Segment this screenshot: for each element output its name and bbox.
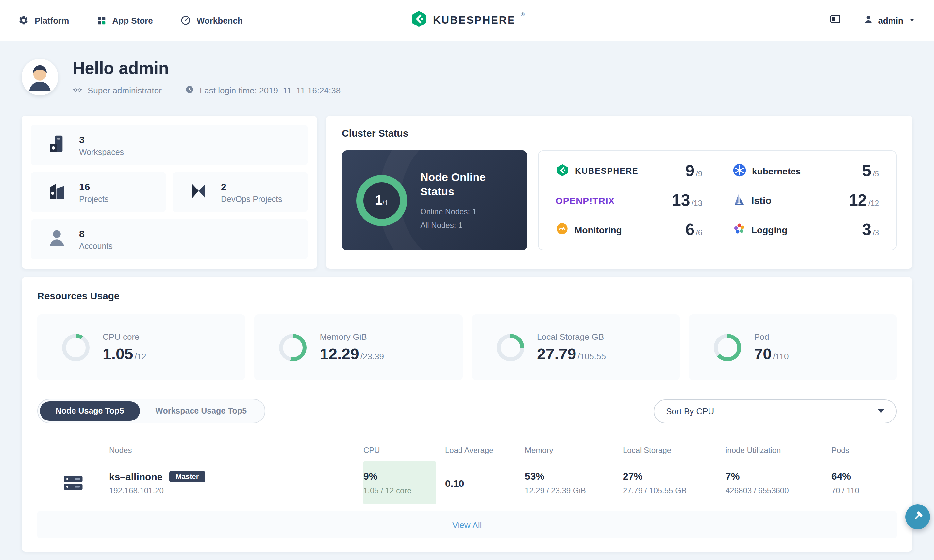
pods-cell: 64% 70 / 110 [831,471,897,495]
sort-by-value: Sort By CPU [666,406,714,416]
sort-by-select[interactable]: Sort By CPU [654,399,897,423]
workspaces-tile[interactable]: 3 Workspaces [31,125,308,165]
cpu-percent: 9% [363,471,436,482]
nav-item-label: Platform [35,15,69,25]
hello-texts: Hello admin Super administrator Last log… [72,58,340,96]
registered-mark: ® [521,12,525,18]
node-status-title: Node Online Status [420,171,505,199]
col-header-memory: Memory [525,446,623,455]
toolbox-fab-button[interactable] [905,505,930,529]
master-badge: Master [169,471,205,482]
workspaces-icon [46,133,67,157]
server-icon [37,471,109,495]
app-store-icon [96,15,106,25]
service-openpitrix: OPENP!TRIX 13/13 [555,186,702,215]
cluster-status-card: Cluster Status 1 /1 Node Online Status O… [326,115,912,269]
projects-tile[interactable]: 16 Projects [31,172,166,212]
cpu-value: 1.05 [103,345,133,363]
service-total: /9 [696,169,702,178]
storage-value: 27.79 [537,345,576,363]
col-header-inode: inode Utilization [725,446,831,455]
service-total: /6 [696,228,702,237]
devops-projects-tile[interactable]: 2 DevOps Projects [172,172,308,212]
storage-usage-tile: Local Storage GB 27.79/105.55 [472,314,680,380]
node-ip: 192.168.101.20 [109,486,363,495]
pod-usage-tile: Pod 70/110 [689,314,897,380]
accounts-icon [46,228,67,251]
kubesphere-service-icon [555,163,569,179]
cluster-services-panel: KUBESPHERE 9/9 kubernetes 5/5 [538,150,897,250]
kubesphere-dashboard: Platform App Store Workbench KUBESPHERE … [0,0,934,560]
table-row[interactable]: ks–allinone Master 192.168.101.20 9% 1.0… [37,462,897,505]
cpu-label: CPU core [103,332,146,342]
storage-total: /105.55 [577,351,606,361]
load-average-cell: 0.10 [445,477,525,488]
cpu-total: /12 [134,351,146,361]
kubesphere-logo[interactable]: KUBESPHERE ® [409,0,525,40]
resources-usage-card: Resources Usage CPU core 1.05/12 Memory … [22,277,912,551]
service-count: 12 [849,191,867,210]
cluster-status-title: Cluster Status [342,128,897,138]
inode-detail: 426803 / 6553600 [725,486,831,495]
memory-usage-tile: Memory GiB 12.29/23.39 [255,314,463,380]
devops-projects-label: DevOps Projects [221,194,282,203]
page-title: Hello admin [72,58,340,78]
view-all-link[interactable]: View All [452,520,482,529]
cpu-donut [62,334,89,361]
node-online-status-card: 1 /1 Node Online Status Online Nodes: 1 … [342,150,528,250]
top-navbar: Platform App Store Workbench KUBESPHERE … [0,0,934,40]
pod-label: Pod [754,332,789,342]
service-kubesphere: KUBESPHERE 9/9 [555,156,702,186]
memory-cell: 53% 12.29 / 23.39 GiB [525,471,623,495]
tab-workspace-usage-top5[interactable]: Workspace Usage Top5 [140,401,262,421]
monitoring-icon [555,222,569,237]
user-menu[interactable]: admin [863,14,916,26]
kubesphere-logo-icon [409,10,428,31]
nav-item-platform[interactable]: Platform [18,15,69,26]
pod-value: 70 [754,345,772,363]
usage-tabs: Node Usage Top5 Workspace Usage Top5 [37,398,265,423]
service-total: /3 [872,228,879,237]
accounts-count: 8 [79,228,113,239]
workspaces-count: 3 [79,134,124,145]
memory-value: 12.29 [320,345,359,363]
col-header-nodes: Nodes [109,446,363,455]
service-total: /12 [868,198,879,208]
workbench-icon [180,15,191,26]
service-total: /5 [872,169,879,178]
node-total-count: /1 [382,198,388,206]
storage-label: Local Storage GB [537,332,606,342]
workspaces-label: Workspaces [79,147,124,157]
panel-toggle-icon[interactable] [829,13,841,28]
storage-percent: 27% [623,471,725,482]
service-istio: Istio 12/12 [732,186,879,215]
tab-node-usage-top5[interactable]: Node Usage Top5 [40,401,140,421]
devops-projects-count: 2 [221,181,282,192]
service-monitoring: Monitoring 6/6 [555,215,702,245]
service-count: 6 [685,220,694,239]
user-icon [863,14,873,26]
pods-detail: 70 / 110 [831,486,897,495]
service-count: 9 [685,162,694,180]
logging-icon [732,222,745,237]
storage-donut [496,334,524,361]
service-count: 13 [672,191,690,210]
node-name[interactable]: ks–allinone [109,471,162,482]
openpitrix-logo: OPENP!TRIX [555,195,615,206]
col-header-pods: Pods [831,446,897,455]
nav-item-workbench[interactable]: Workbench [180,15,243,26]
accounts-tile[interactable]: 8 Accounts [31,219,308,259]
nav-right: admin [829,13,916,28]
node-online-count: 1 [375,193,382,208]
service-name: KUBESPHERE [575,166,639,175]
clock-icon [185,85,194,96]
nav-left: Platform App Store Workbench [18,15,243,26]
nav-item-app-store[interactable]: App Store [96,15,152,25]
kubernetes-icon [732,163,746,179]
accounts-label: Accounts [79,242,113,251]
service-name: Istio [751,195,772,206]
cpu-usage-tile: CPU core 1.05/12 [37,314,245,380]
memory-donut [279,334,307,361]
all-nodes-line: All Nodes: 1 [420,221,505,230]
chevron-down-icon [878,409,884,413]
